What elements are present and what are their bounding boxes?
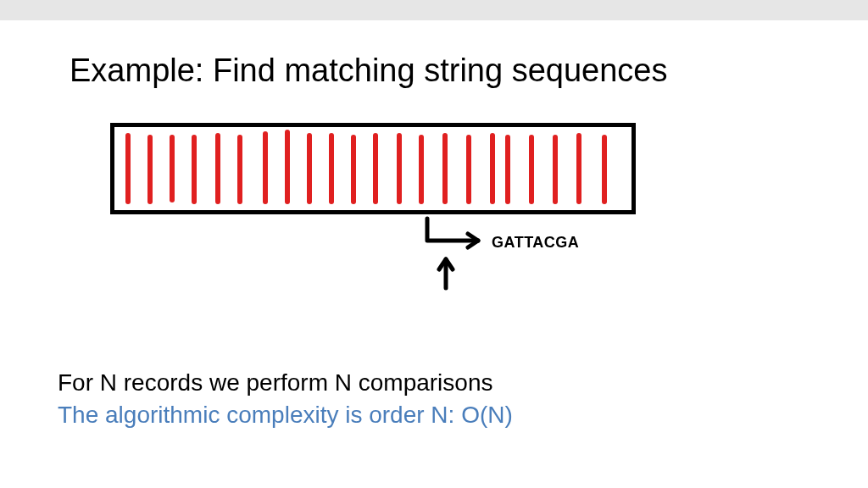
sequence-bar xyxy=(263,131,268,204)
sequence-bar xyxy=(147,135,153,204)
sequence-bar xyxy=(373,133,378,204)
sequence-bar xyxy=(215,133,220,204)
sequence-bar xyxy=(505,135,510,204)
sequence-bar xyxy=(397,133,402,204)
arrow-icon xyxy=(412,215,632,308)
sequence-bar xyxy=(602,135,607,204)
slide-top-bar xyxy=(0,0,868,20)
sequence-bar xyxy=(329,133,334,204)
sequence-bar xyxy=(307,133,312,204)
body-line-2: The algorithmic complexity is order N: O… xyxy=(58,402,513,429)
sequence-bar xyxy=(442,133,448,204)
pointer-annotation: GATTACGA xyxy=(412,215,632,308)
sequence-bar xyxy=(576,133,581,204)
sequence-bar xyxy=(419,135,424,204)
sequence-bar xyxy=(192,135,197,204)
sequence-bar xyxy=(125,133,131,204)
sequence-label: GATTACGA xyxy=(492,234,579,252)
sequence-bar xyxy=(466,135,471,204)
sequence-bar xyxy=(170,135,175,202)
sequence-bar xyxy=(490,133,495,204)
body-line-1: For N records we perform N comparisons xyxy=(58,369,492,396)
sequence-bar xyxy=(285,130,290,204)
sequence-bar xyxy=(237,135,242,204)
sequence-bar xyxy=(351,135,356,204)
sequence-bar xyxy=(553,135,558,204)
sequence-bar xyxy=(529,135,534,204)
slide-title: Example: Find matching string sequences xyxy=(70,53,667,89)
